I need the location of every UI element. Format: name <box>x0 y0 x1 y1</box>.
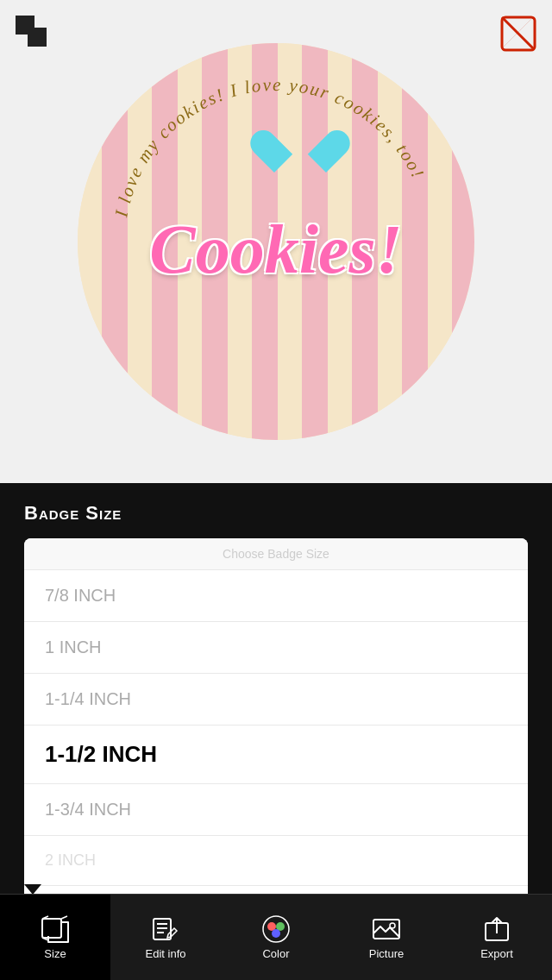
picker-item[interactable]: 1-1/2 INCH <box>24 726 528 784</box>
toolbar-size-label: Size <box>44 947 66 960</box>
picker-item[interactable]: 1-1/4 INCH <box>24 674 528 726</box>
toolbar-export-label: Export <box>480 947 513 960</box>
edit-icon <box>151 914 180 944</box>
badge-size-title: Badge Size <box>24 502 528 525</box>
crop-icon[interactable] <box>500 16 536 52</box>
svg-rect-4 <box>42 919 61 938</box>
toolbar-item-color[interactable]: Color <box>221 895 331 980</box>
picture-icon <box>372 914 401 944</box>
preview-area: I love my cookies! I love your cookies, … <box>0 0 552 483</box>
app-logo <box>16 16 47 47</box>
picker-item[interactable]: 1 INCH <box>24 622 528 674</box>
svg-point-12 <box>272 929 280 938</box>
toolbar-item-export[interactable]: Export <box>442 895 552 980</box>
toolbar: Size Edit info <box>0 894 552 980</box>
toolbar-item-edit-info[interactable]: Edit info <box>110 895 221 980</box>
badge-main-text: Cookies! <box>149 210 402 289</box>
size-icon <box>41 914 70 944</box>
toolbar-picture-label: Picture <box>369 947 404 960</box>
export-icon <box>482 914 511 944</box>
toolbar-item-picture[interactable]: Picture <box>331 895 442 980</box>
badge-size-header: Badge Size <box>0 483 552 538</box>
color-icon <box>261 914 291 944</box>
heart-decoration <box>274 131 326 178</box>
svg-point-14 <box>390 923 395 928</box>
picker-item[interactable]: 1-3/4 INCH <box>24 784 528 836</box>
toolbar-color-label: Color <box>262 947 289 960</box>
toolbar-edit-info-label: Edit info <box>146 947 186 960</box>
badge-preview: I love my cookies! I love your cookies, … <box>78 43 474 440</box>
picker-item[interactable]: 7/8 INCH <box>24 570 528 622</box>
size-picker[interactable]: Choose Badge Size 7/8 INCH1 INCH1-1/4 IN… <box>24 538 528 935</box>
picker-header-label: Choose Badge Size <box>24 538 528 570</box>
bottom-section: Badge Size Choose Badge Size 7/8 INCH1 I… <box>0 483 552 980</box>
toolbar-item-size[interactable]: Size <box>0 895 110 980</box>
picker-item[interactable]: 2 INCH <box>24 836 528 886</box>
